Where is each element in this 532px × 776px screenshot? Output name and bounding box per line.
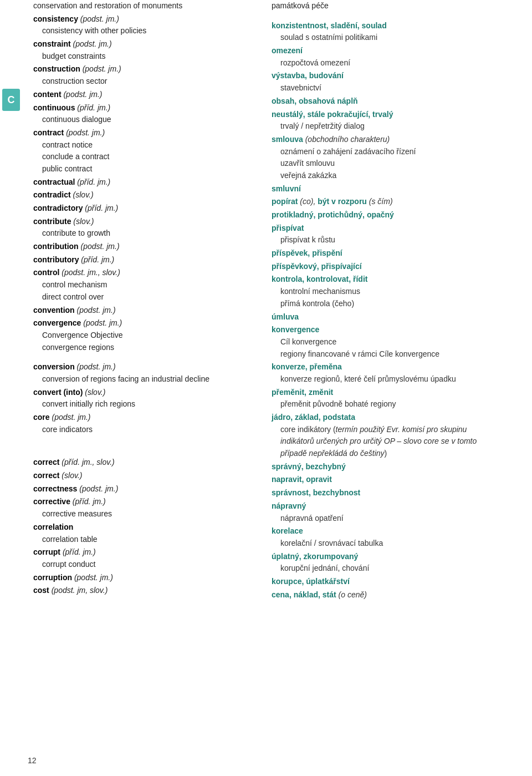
list-item: construction (podst. jm.)construction se… bbox=[33, 63, 260, 87]
list-item: konzistentnost, sladění, souladsoulad s … bbox=[272, 20, 499, 44]
list-item: protikladný, protichůdný, opačný bbox=[272, 209, 499, 221]
letter-tab: C bbox=[2, 89, 20, 111]
list-item: correct (slov.) bbox=[33, 470, 260, 482]
right-column: památková péčekonzistentnost, sladění, s… bbox=[266, 0, 504, 776]
list-item: omezenírozpočtová omezení bbox=[272, 45, 499, 69]
list-item: výstavba, budovánístavebnictví bbox=[272, 70, 499, 94]
list-item: contribute (slov.)contribute to growth bbox=[33, 216, 260, 240]
sidebar: C bbox=[0, 0, 22, 776]
list-item: smlouva (obchodního charakteru)oznámení … bbox=[272, 134, 499, 182]
list-item: core (podst. jm.)core indicators bbox=[33, 412, 260, 435]
list-item: konverze, přeměnakonverze regionů, které… bbox=[272, 361, 499, 385]
list-item: kontrola, kontrolovat, říditkontrolní me… bbox=[272, 273, 499, 310]
list-item: úmluva bbox=[272, 311, 499, 323]
list-item: cost (podst. jm, slov.) bbox=[33, 585, 260, 597]
list-item bbox=[33, 437, 260, 442]
list-item: smluvní bbox=[272, 183, 499, 195]
left-column: conservation and restoration of monument… bbox=[28, 0, 266, 776]
list-item: cena, náklad, stát (o ceně) bbox=[272, 589, 499, 601]
page-number: 12 bbox=[28, 756, 37, 765]
list-item: correctness (podst. jm.) bbox=[33, 483, 260, 495]
list-item: convention (podst. jm.) bbox=[33, 305, 260, 317]
list-item: control (podst. jm., slov.)control mecha… bbox=[33, 267, 260, 303]
list-item: přispívatpřispívat k růstu bbox=[272, 222, 499, 246]
list-item: příspěvkový, přispívající bbox=[272, 261, 499, 273]
list-item: popírat (co), být v rozporu (s čím) bbox=[272, 196, 499, 208]
list-item: conservation and restoration of monument… bbox=[33, 0, 260, 12]
list-item: constraint (podst. jm.)budget constraint… bbox=[33, 38, 260, 62]
list-item: contributory (příd. jm.) bbox=[33, 254, 260, 266]
list-item: contradictory (příd. jm.) bbox=[33, 202, 260, 215]
list-item: correlationcorrelation table bbox=[33, 521, 260, 545]
list-item: správnost, bezchybnost bbox=[272, 487, 499, 499]
list-item bbox=[33, 354, 260, 360]
list-item: conversion (podst. jm.)conversion of reg… bbox=[33, 361, 260, 385]
list-item: contribution (podst. jm.) bbox=[33, 241, 260, 253]
list-item: consistency (podst. jm.)consistency with… bbox=[33, 13, 260, 37]
list-item bbox=[33, 443, 260, 449]
list-item: corrupt (příd. jm.)corrupt conduct bbox=[33, 546, 260, 570]
list-item: památková péče bbox=[272, 0, 499, 12]
list-item: napravit, opravit bbox=[272, 474, 499, 486]
list-item: corrective (příd. jm.)corrective measure… bbox=[33, 496, 260, 520]
list-item: content (podst. jm.) bbox=[33, 89, 260, 101]
list-item: příspěvek, přispění bbox=[272, 247, 499, 260]
list-item bbox=[33, 450, 260, 455]
list-item: korelacekorelační / srovnávací tabulka bbox=[272, 525, 499, 549]
content: conservation and restoration of monument… bbox=[22, 0, 532, 776]
list-item: corruption (podst. jm.) bbox=[33, 572, 260, 584]
list-item: konvergenceCíl konvergenceregiony financ… bbox=[272, 324, 499, 360]
list-item: přeměnit, změnitpřeměnit původně bohaté … bbox=[272, 387, 499, 410]
list-item bbox=[272, 13, 499, 19]
list-item: continuous (příd. jm.)continuous dialogu… bbox=[33, 102, 260, 126]
list-item: correct (příd. jm., slov.) bbox=[33, 457, 260, 469]
list-item: contract (podst. jm.)contract noticeconc… bbox=[33, 127, 260, 175]
list-item: správný, bezchybný bbox=[272, 461, 499, 473]
page: C conservation and restoration of monume… bbox=[0, 0, 532, 776]
list-item: úplatný, zkorumpovanýkorupční jednání, c… bbox=[272, 551, 499, 575]
list-item: contractual (příd. jm.) bbox=[33, 176, 260, 189]
list-item: convert (into) (slov.)convert initially … bbox=[33, 387, 260, 410]
list-item: jádro, základ, podstatacore indikátory (… bbox=[272, 412, 499, 460]
list-item: nápravnýnápravná opatření bbox=[272, 500, 499, 524]
list-item: convergence (podst. jm.)Convergence Obje… bbox=[33, 317, 260, 353]
list-item: obsah, obsahová náplň bbox=[272, 95, 499, 108]
list-item: neustálý, stále pokračující, trvalýtrval… bbox=[272, 109, 499, 133]
list-item: contradict (slov.) bbox=[33, 189, 260, 201]
list-item: korupce, úplatkářství bbox=[272, 576, 499, 588]
